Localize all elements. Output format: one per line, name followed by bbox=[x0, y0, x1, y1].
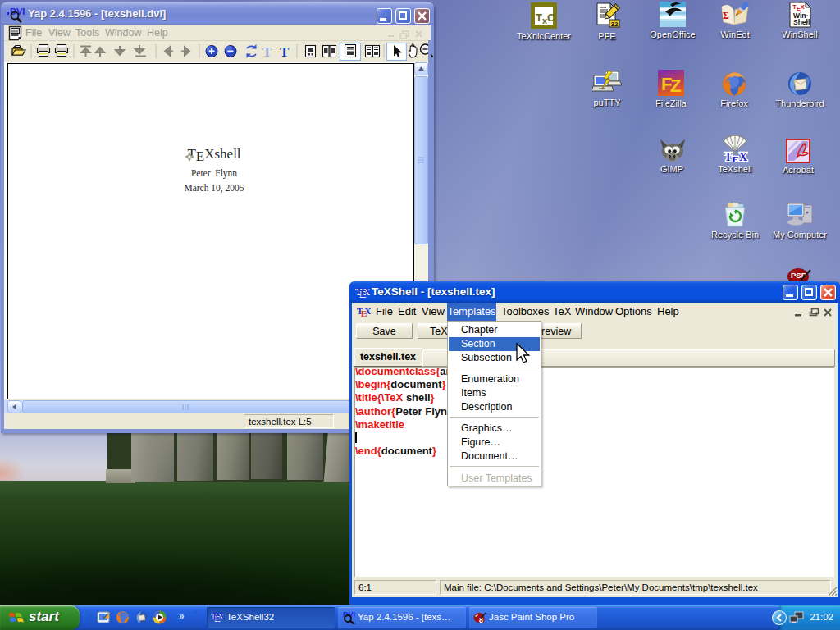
svg-text:T: T bbox=[280, 44, 290, 60]
svg-text:DVI: DVI bbox=[10, 7, 25, 16]
svg-text:Z: Z bbox=[670, 75, 681, 96]
svg-text:32: 32 bbox=[611, 21, 619, 28]
svg-text:X: X bbox=[364, 285, 370, 297]
svg-text:T: T bbox=[262, 44, 272, 60]
svg-text:X: X bbox=[364, 306, 371, 316]
svg-text:X: X bbox=[219, 611, 224, 620]
svg-text:Σ: Σ bbox=[723, 10, 729, 21]
svg-text:TEX: TEX bbox=[724, 151, 747, 162]
